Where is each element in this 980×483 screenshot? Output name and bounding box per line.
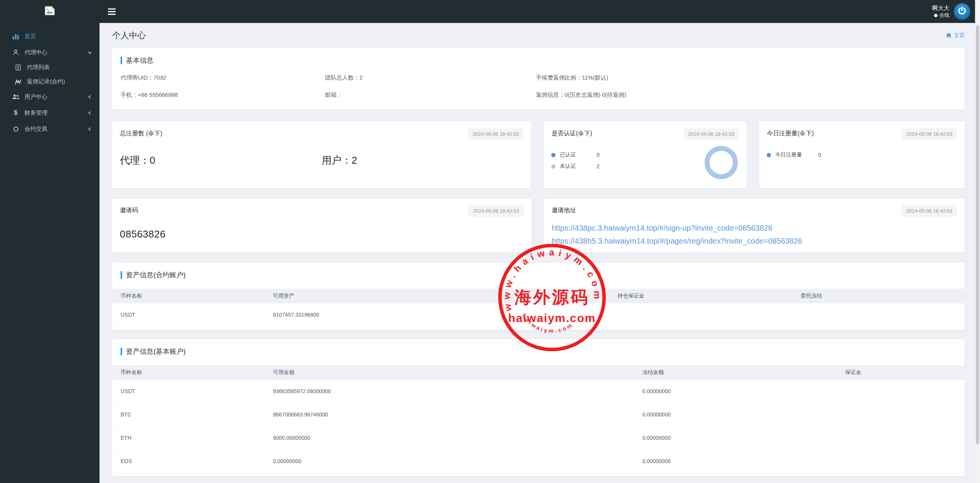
table-row: EOS 0.00000000 0.00000000 [112,450,965,473]
col-order-frozen: 委托冻结 [800,289,965,303]
invite-code: 08563826 [120,228,524,240]
scrollbar-track[interactable] [975,0,980,483]
section-title: 资产信息(基本账户) [126,347,186,356]
sidebar-item-home[interactable]: 首页 [0,28,100,44]
col-frozen: 冻结金额 [642,365,845,380]
accent-bar [121,57,122,64]
chevron-left-icon [88,95,92,99]
accent-bar [121,271,122,279]
sidebar-item-label: 财务管理 [24,109,47,117]
field-email: 邮箱： [325,91,536,99]
basic-assets-table: 币种名称 可用金额 冻结金额 保证金 USDT 93663585972.0600… [112,365,965,473]
home-link-label: 主页 [954,32,965,39]
invite-url-h5[interactable]: https://438h5.3.haiwaiym14.top/#/pages/r… [552,234,957,247]
card-title: 总注册数 (伞下) [120,128,162,138]
sidebar-item-user-center[interactable]: 用户中心 [0,89,100,105]
sidebar-logo[interactable] [0,0,100,23]
field-agent-uid: 代理商UID：7032 [121,74,325,81]
broken-image-icon [44,6,55,17]
table-row: ETH 9000.00000000 0.00000000 [112,426,965,450]
timestamp-badge: 2024-05-06 18:42:53 [902,205,957,217]
power-icon [957,6,967,17]
timestamp-badge: 2024-05-06 18:42:53 [902,128,957,140]
section-title: 基本信息 [126,56,154,65]
hamburger-menu-icon[interactable] [100,0,124,23]
col-coin: 币种名称 [112,365,273,380]
sidebar-item-contract-trade[interactable]: 合约交易 [0,121,100,137]
sidebar-item-finance[interactable]: $ 财务管理 [0,105,100,121]
card-title: 今日注册量(伞下) [767,128,814,138]
sidebar-item-agent-list[interactable]: 代理列表 [0,60,100,75]
legend-dot-icon [551,153,555,157]
table-header-row: 币种名称 可用金额 冻结金额 保证金 [112,365,965,380]
avatar[interactable] [954,3,970,20]
agent-count: 代理：0 [120,154,322,167]
user-area[interactable]: 啊大大 在线 [932,3,980,20]
address-book-icon [13,64,23,71]
legend-value: 0 [818,152,821,158]
table-row: USDT 8107457.33196800 [112,303,965,327]
col-available: 可用资产 [273,289,617,303]
legend-dot-icon [767,153,771,157]
chevron-down-icon [88,50,92,55]
sidebar-item-agent-center[interactable]: 代理中心 [0,44,100,60]
timestamp-badge: 2024-05-06 18:42:53 [468,205,524,217]
card-title: 邀请码 [120,205,138,215]
sidebar: 首页 代理中心 [0,23,100,483]
basic-assets-card: 资产信息(基本账户) 币种名称 可用金额 冻结金额 保证金 USDT 93663… [112,339,965,476]
chevron-left-icon [88,111,92,115]
sidebar-item-label: 代理列表 [27,64,50,71]
today-register-card: 今日注册量(伞下) 2024-05-06 18:42:53 今日注册量 0 [759,121,965,188]
table-row: BTC 8667006663.99746000 0.00000000 [112,403,965,426]
invite-url-card: 邀请地址 2024-05-06 18:42:53 https://438pc.3… [544,199,965,252]
auth-status-card: 是否认证(伞下) 2024-05-06 18:42:53 已认证 0 未认证 2 [544,121,746,188]
top-bar: 啊大大 在线 [0,0,980,23]
hand-wave-icon [13,79,23,85]
timestamp-badge: 2024-05-06 18:42:53 [468,128,524,140]
user-info: 啊大大 在线 [932,4,949,19]
card-title: 邀请地址 [552,205,576,215]
scrollbar-thumb[interactable] [976,25,979,444]
timestamp-badge: 2024-05-06 18:42:53 [684,128,739,140]
basic-info-grid: 代理商UID：7032 团队总人数：2 手续费返佣比例：11%(默认) 手机：+… [121,74,956,99]
col-position-margin: 持仓保证金 [617,289,800,303]
dollar-icon: $ [11,109,21,117]
basic-info-title-row: 基本信息 [121,56,956,65]
online-status: 在线 [932,12,949,19]
user-icon [11,49,21,56]
field-team-total: 团队总人数：2 [325,74,536,81]
bar-chart-icon [11,33,21,39]
field-fee-rebate: 手续费返佣比例：11%(默认) [536,74,956,81]
legend-dot-icon [551,164,555,169]
home-link[interactable]: 主页 [946,32,965,39]
col-available: 可用金额 [273,365,642,380]
sidebar-item-commission-record[interactable]: 返佣记录(合约) [0,75,100,89]
donut-chart [704,145,739,182]
basic-info-card: 基本信息 代理商UID：7032 团队总人数：2 手续费返佣比例：11%(默认)… [112,48,965,109]
legend-value: 2 [596,163,599,169]
legend-value: 0 [596,152,599,158]
table-header-row: 币种名称 可用资产 持仓保证金 委托冻结 [112,289,965,303]
section-title: 资产信息(合约账户) [126,270,186,280]
field-phone: 手机：+86 555666888 [121,91,325,99]
invite-url-pc[interactable]: https://438pc.3.haiwaiym14.top/#/sign-up… [552,221,957,234]
contract-assets-table: 币种名称 可用资产 持仓保证金 委托冻结 USDT 8107457.331968… [112,289,965,327]
circle-icon [11,127,21,132]
invite-links: https://438pc.3.haiwaiym14.top/#/sign-up… [552,221,957,247]
stats-row: 总注册数 (伞下) 2024-05-06 18:42:53 代理：0 用户：2 … [112,121,965,188]
status-label: 在线 [939,12,949,19]
field-rebate-info: 返佣信息：0(历史总返佣) 0(待返佣) [536,91,956,99]
invite-code-card: 邀请码 2024-05-06 18:42:53 08563826 [112,199,531,252]
sidebar-item-label: 返佣记录(合约) [27,78,65,85]
users-icon [11,94,21,100]
col-coin: 币种名称 [112,289,273,303]
register-numbers: 代理：0 用户：2 [120,154,523,167]
content-header: 个人中心 主页 [112,23,965,48]
page-title: 个人中心 [112,30,146,41]
col-margin: 保证金 [845,365,965,380]
status-dot-icon [934,14,938,17]
invite-row: 邀请码 2024-05-06 18:42:53 08563826 邀请地址 20… [112,199,965,252]
today-legend: 今日注册量 0 [767,149,957,161]
main-content: 个人中心 主页 基本信息 代理商UID：7032 团队总人数：2 手续费返佣比例… [100,23,980,483]
sidebar-item-label: 代理中心 [24,49,47,56]
